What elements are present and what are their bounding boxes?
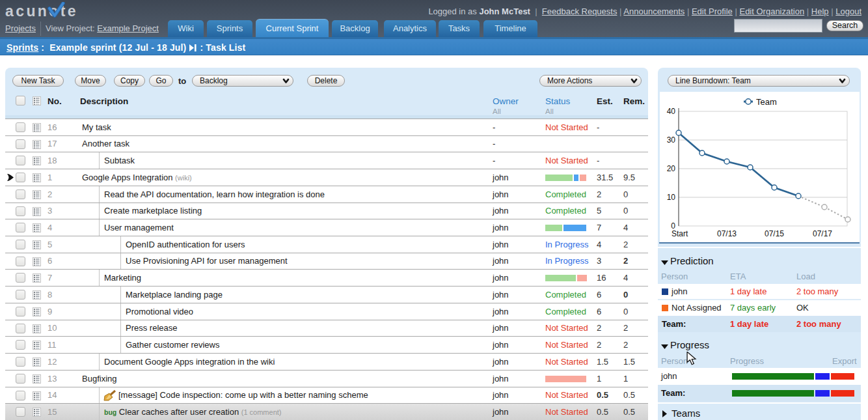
svg-text:07/17: 07/17	[813, 229, 832, 238]
svg-text:07/13: 07/13	[717, 229, 737, 238]
svg-text:10: 10	[667, 193, 676, 202]
svg-text:Start: Start	[671, 229, 688, 238]
svg-text:40: 40	[667, 107, 676, 116]
svg-text:Team: Team	[756, 97, 777, 107]
svg-text:30: 30	[667, 135, 676, 145]
svg-text:20: 20	[667, 164, 676, 173]
svg-text:07/15: 07/15	[765, 229, 784, 238]
